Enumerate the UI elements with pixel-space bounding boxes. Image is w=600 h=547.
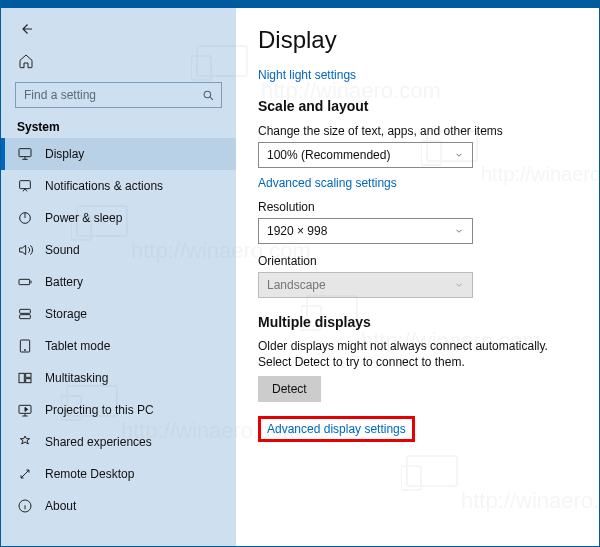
sidebar-list: Display Notifications & actions Power & …: [1, 138, 236, 546]
svg-point-20: [24, 349, 25, 350]
sidebar-item-label: Display: [45, 147, 84, 161]
svg-rect-22: [26, 373, 31, 377]
svg-rect-14: [20, 181, 31, 189]
storage-icon: [17, 306, 33, 322]
sound-icon: [17, 242, 33, 258]
sidebar-item-label: Battery: [45, 275, 83, 289]
battery-icon: [17, 274, 33, 290]
sidebar-item-projecting[interactable]: Projecting to this PC: [1, 394, 236, 426]
about-icon: [17, 498, 33, 514]
svg-rect-16: [19, 279, 30, 284]
orientation-value: Landscape: [267, 278, 326, 292]
sidebar-item-about[interactable]: About: [1, 490, 236, 522]
settings-window: http://winaero.com http://winaero.com ht…: [0, 0, 600, 547]
chevron-down-icon: [454, 226, 464, 236]
chevron-down-icon: [454, 150, 464, 160]
svg-rect-18: [20, 315, 31, 319]
advanced-display-highlight: Advanced display settings: [258, 416, 415, 442]
night-light-link[interactable]: Night light settings: [258, 68, 577, 82]
sidebar-item-label: About: [45, 499, 76, 513]
orientation-label: Orientation: [258, 254, 577, 268]
sidebar-item-battery[interactable]: Battery: [1, 266, 236, 298]
sidebar-item-label: Remote Desktop: [45, 467, 134, 481]
scale-heading: Scale and layout: [258, 98, 577, 114]
svg-rect-23: [26, 379, 31, 383]
tablet-icon: [17, 338, 33, 354]
resolution-combo[interactable]: 1920 × 998: [258, 218, 473, 244]
sidebar-item-power[interactable]: Power & sleep: [1, 202, 236, 234]
notifications-icon: [17, 178, 33, 194]
power-icon: [17, 210, 33, 226]
sidebar-item-label: Multitasking: [45, 371, 108, 385]
multiple-displays-heading: Multiple displays: [258, 314, 577, 330]
back-button[interactable]: [15, 18, 37, 40]
home-button[interactable]: [15, 50, 37, 72]
search-input-wrapper[interactable]: [15, 82, 222, 108]
detect-button[interactable]: Detect: [258, 376, 321, 402]
sidebar-heading: System: [1, 114, 236, 138]
scale-value: 100% (Recommended): [267, 148, 390, 162]
svg-rect-17: [20, 309, 31, 313]
svg-rect-21: [19, 373, 24, 382]
sidebar-item-tablet[interactable]: Tablet mode: [1, 330, 236, 362]
sidebar-item-label: Storage: [45, 307, 87, 321]
resolution-value: 1920 × 998: [267, 224, 327, 238]
sidebar-item-label: Notifications & actions: [45, 179, 163, 193]
sidebar-item-shared[interactable]: Shared experiences: [1, 426, 236, 458]
resolution-label: Resolution: [258, 200, 577, 214]
sidebar-item-remote[interactable]: Remote Desktop: [1, 458, 236, 490]
shared-icon: [17, 434, 33, 450]
sidebar: System Display Notifications & actions P…: [1, 8, 236, 546]
search-input[interactable]: [22, 87, 192, 103]
scale-label: Change the size of text, apps, and other…: [258, 124, 577, 138]
svg-point-12: [204, 91, 211, 98]
sidebar-item-sound[interactable]: Sound: [1, 234, 236, 266]
remote-icon: [17, 466, 33, 482]
sidebar-item-label: Power & sleep: [45, 211, 122, 225]
multiple-displays-desc: Older displays might not always connect …: [258, 338, 577, 370]
chevron-down-icon: [454, 280, 464, 290]
sidebar-item-label: Sound: [45, 243, 80, 257]
sidebar-item-label: Projecting to this PC: [45, 403, 154, 417]
back-arrow-icon: [17, 20, 35, 38]
sidebar-item-display[interactable]: Display: [1, 138, 236, 170]
advanced-display-link[interactable]: Advanced display settings: [267, 422, 406, 436]
display-icon: [17, 146, 33, 162]
advanced-scaling-link[interactable]: Advanced scaling settings: [258, 176, 577, 190]
home-icon: [18, 53, 34, 69]
svg-rect-13: [19, 149, 31, 157]
page-title: Display: [258, 26, 577, 54]
scale-combo[interactable]: 100% (Recommended): [258, 142, 473, 168]
sidebar-item-label: Tablet mode: [45, 339, 110, 353]
search-icon: [202, 89, 215, 102]
sidebar-item-multitasking[interactable]: Multitasking: [1, 362, 236, 394]
multitasking-icon: [17, 370, 33, 386]
orientation-combo: Landscape: [258, 272, 473, 298]
sidebar-item-storage[interactable]: Storage: [1, 298, 236, 330]
sidebar-item-label: Shared experiences: [45, 435, 152, 449]
sidebar-item-notifications[interactable]: Notifications & actions: [1, 170, 236, 202]
main-panel: Display Night light settings Scale and l…: [236, 8, 599, 546]
projecting-icon: [17, 402, 33, 418]
